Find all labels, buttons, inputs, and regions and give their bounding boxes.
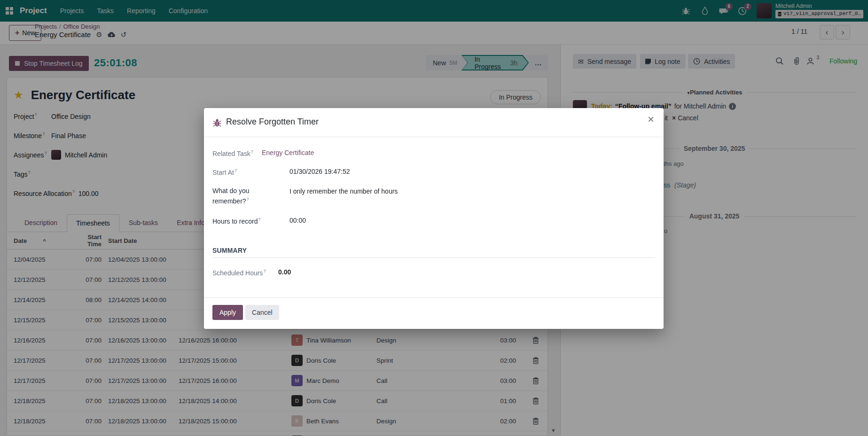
apply-button[interactable]: Apply — [212, 305, 243, 320]
dialog-title: Resolve Forgotten Timer — [226, 117, 319, 127]
close-dialog-button[interactable]: × — [648, 114, 654, 125]
dialog-header: Resolve Forgotten Timer × — [204, 108, 664, 137]
what-do-you-remember-select[interactable]: I only remember the number of hours — [289, 187, 398, 195]
cancel-button[interactable]: Cancel — [245, 305, 279, 320]
resolve-forgotten-timer-dialog: Resolve Forgotten Timer × Related Task? … — [204, 108, 664, 329]
summary-divider — [212, 257, 655, 258]
scheduled-hours-value: 0.00 — [278, 268, 291, 276]
bug-icon — [213, 118, 221, 127]
scheduled-hours-label: Scheduled Hours? — [212, 268, 278, 279]
hours-to-record-label: Hours to record? — [212, 217, 278, 227]
summary-heading: SUMMARY — [212, 247, 247, 254]
hours-to-record-input[interactable]: 00:00 — [289, 217, 306, 224]
close-icon: × — [648, 113, 654, 125]
what-do-you-remember-label: What do you remember?? — [212, 186, 269, 206]
footer-divider — [204, 297, 664, 298]
related-task-link[interactable]: Energy Certificate — [262, 149, 314, 156]
start-at-label: Start At? — [212, 168, 278, 178]
start-at-input[interactable]: 01/30/2026 19:47:52 — [289, 168, 350, 175]
